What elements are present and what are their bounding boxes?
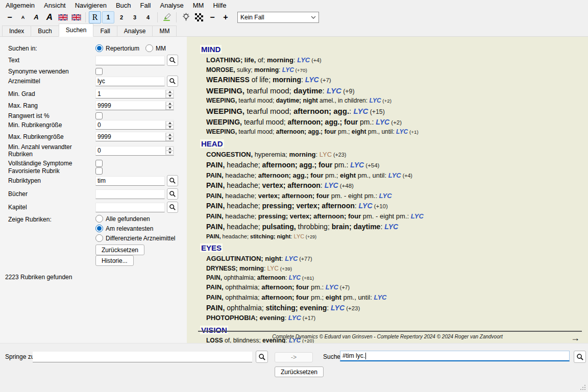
section-title[interactable]: EYES [200,243,223,252]
tab-suchen[interactable]: Suchen [59,23,94,37]
rubric-row[interactable]: PAIN, ophthalmia; afternoon; four pm.: L… [206,283,582,293]
books-input[interactable] [95,189,165,199]
min-rubric-size-input[interactable] [96,121,165,129]
remedy-abbrev[interactable]: LYC [320,151,332,158]
remedy-abbrev[interactable]: LYC [353,107,368,115]
grade-all-button[interactable]: R [89,11,101,23]
grade-1-button[interactable]: 1 [102,11,114,23]
jump-to-input[interactable] [33,352,252,362]
rubric-row[interactable]: PAIN, headache; vertex; afternoon; four … [206,191,582,201]
remedy-abbrev[interactable]: LYC [396,128,408,135]
search-icon[interactable] [167,202,178,213]
zoom-out-icon[interactable]: − [206,11,218,23]
complete-symptoms-checkbox[interactable] [95,160,103,167]
remedy-abbrev[interactable]: LYC [297,56,310,64]
menu-mm[interactable]: MM [188,1,209,10]
grade-4-button[interactable]: 4 [142,11,154,23]
remedy-input[interactable] [95,77,165,86]
radio-repertorium[interactable] [95,44,103,52]
rubric-row[interactable]: PAIN, headache; pressing; vertex; aftern… [206,211,582,222]
jump-search-icon[interactable] [256,351,268,363]
remedy-abbrev[interactable]: LYC [305,76,319,84]
remedy-abbrev[interactable]: LYC [294,233,305,239]
language-flag-icon[interactable] [57,11,69,23]
rubric-row[interactable]: WEEPING, tearful mood; afternoon; agg.: … [206,106,582,117]
font-size-medium-button[interactable]: A [30,11,42,23]
spinner-control[interactable] [165,121,174,129]
transfer-arrow-button[interactable]: -> [275,352,313,362]
search-icon[interactable] [167,188,178,200]
radio-all-found[interactable] [95,215,103,223]
next-page-arrow[interactable]: → [571,333,580,342]
spinner-control[interactable] [165,102,174,110]
rubric-row[interactable]: PHOTOPHOBIA; evening: LYC (+17) [206,313,582,324]
remedy-abbrev[interactable]: LYC [350,161,364,169]
second-language-flag-icon[interactable] [70,11,82,23]
tab-mm[interactable]: MM [152,26,177,37]
menu-allgemein[interactable]: Allgemein [1,1,39,10]
shrink-text-icon[interactable]: − [4,11,16,23]
history-button[interactable]: Historie... [95,255,134,266]
remedy-abbrev[interactable]: LYC [374,293,386,301]
remedy-abbrev[interactable]: LYC [327,86,341,95]
section-title[interactable]: HEAD [200,139,224,148]
menu-hilfe[interactable]: Hilfe [208,1,231,10]
radio-mm[interactable] [145,44,153,52]
reset-button[interactable]: Zurücksetzen [95,244,144,255]
remedy-abbrev[interactable]: LYC [411,212,424,220]
max-rubric-size-input[interactable] [96,133,165,140]
remedy-abbrev[interactable]: LYC [331,304,345,312]
rubric-row[interactable]: PAIN, headache; afternoon; agg.; four pm… [206,170,582,181]
remedy-abbrev[interactable]: LYC [267,265,279,272]
rubric-row[interactable]: WEEPING, tearful mood; daytime; night am… [206,96,582,106]
menu-analyse[interactable]: Analyse [155,1,188,10]
remedy-abbrev[interactable]: LYC [369,97,381,104]
case-dropdown[interactable]: Kein Fall [237,12,319,23]
rubric-row[interactable]: PAIN, headache; afternoon; agg.; four pm… [206,160,582,170]
rubric-row[interactable]: WEEPING, tearful mood; afternoon; agg.; … [206,117,582,128]
tab-fall[interactable]: Fall [93,26,117,37]
remedy-abbrev[interactable]: LYC [289,274,301,281]
remedy-abbrev[interactable]: LYC [326,283,338,291]
rubric-row[interactable]: PAIN, headache; vertex; afternoon: LYC (… [206,181,582,191]
remedy-abbrev[interactable]: LYC [384,223,398,231]
favorite-rubric-checkbox[interactable] [95,167,103,175]
menu-fall[interactable]: Fall [136,1,156,10]
search-icon[interactable] [167,55,178,66]
bulb-icon[interactable] [180,11,192,23]
rubric-row[interactable]: PAIN, headache; pressing; vertex; aftern… [206,201,582,212]
rubric-row[interactable]: PAIN, ophthalmia; afternoon: LYC (+81) [206,273,582,282]
spinner-control[interactable] [165,90,174,98]
rubric-row[interactable]: MOROSE, sulky; morning: LYC (+70) [206,65,582,75]
rubric-row[interactable]: LOATHING; life, of; morning: LYC (+4) [206,56,582,66]
rubric-row[interactable]: WEEPING, tearful mood; daytime: LYC (+9) [206,85,582,96]
rubric-row[interactable]: PAIN, headache; stitching; night: LYC (+… [206,232,582,241]
chapter-input[interactable] [95,203,165,212]
rubric-row[interactable]: AGGLUTINATION; night: LYC (+77) [206,254,582,264]
menu-ansicht[interactable]: Ansicht [39,1,70,10]
spinner-control[interactable] [165,133,174,141]
radio-most-relevant[interactable] [95,225,103,232]
remedy-abbrev[interactable]: LYC [379,192,392,200]
rubric-row[interactable]: PAIN, ophthalmia; afternoon; four pm.; e… [206,292,582,303]
tab-buch[interactable]: Buch [31,26,59,37]
radio-differentiated-remedies[interactable] [95,234,103,242]
menu-buch[interactable]: Buch [111,1,136,10]
synonyms-checkbox[interactable] [95,68,103,75]
resize-grip[interactable] [580,385,585,390]
grade-3-button[interactable]: 3 [129,11,141,23]
graph-grid-icon[interactable] [193,11,205,23]
search-icon[interactable] [167,175,178,186]
bottom-reset-button[interactable]: Zurücksetzen [275,366,324,377]
rubric-row[interactable]: PAIN, ophthalmia; stitching; evening: LY… [206,303,582,313]
edit-pencil-icon[interactable] [161,11,173,23]
rubric-row[interactable]: CONGESTION, hyperemia; morning: LYC (+23… [206,150,582,160]
max-rank-input[interactable] [96,102,165,109]
tab-analyse[interactable]: Analyse [117,26,153,37]
remedy-abbrev[interactable]: LYC [376,118,389,126]
remedy-abbrev[interactable]: LYC [388,172,401,179]
remedy-abbrev[interactable]: LYC [282,66,294,74]
grade-2-button[interactable]: 2 [115,11,128,23]
rubric-row[interactable]: PAIN, headache; pulsating, throbbing; br… [206,222,582,232]
remedy-abbrev[interactable]: LYC [285,255,298,262]
